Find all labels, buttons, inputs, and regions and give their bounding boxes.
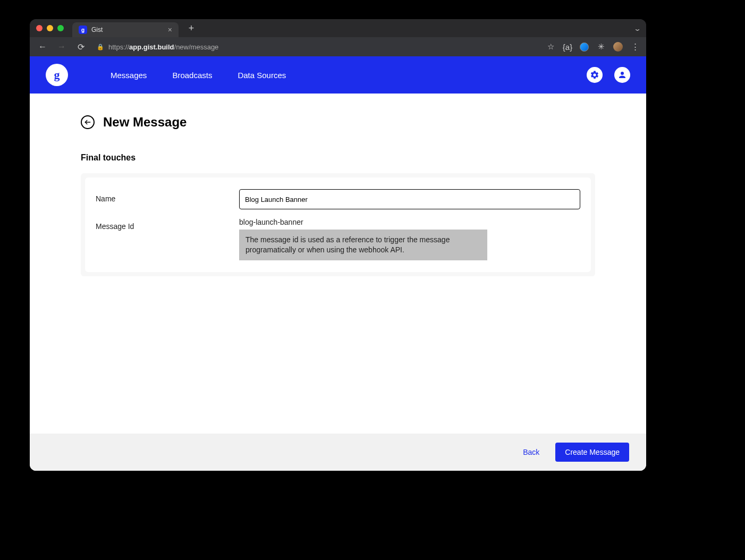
fullscreen-window-button[interactable] [57,25,64,31]
window-controls [36,25,64,31]
close-window-button[interactable] [36,25,43,31]
url-proto: https:// [108,43,129,51]
address-bar[interactable]: 🔒 https://app.gist.build/new/message [94,43,539,51]
nav-data-sources[interactable]: Data Sources [238,71,286,80]
msgid-help: The message id is used as a reference to… [239,230,487,260]
create-message-button[interactable]: Create Message [555,443,629,462]
tab-title: Gist [91,26,164,33]
profile-avatar[interactable] [613,42,623,52]
section-title: Final touches [81,153,595,163]
nav-messages[interactable]: Messages [111,71,147,80]
back-button[interactable]: ← [36,42,49,52]
url-host: app.gist.build [129,43,174,51]
extensions-icon[interactable]: ✳ [596,42,606,52]
settings-icon[interactable] [587,67,603,83]
field-msgid-body: blog-launch-banner The message id is use… [239,217,580,260]
field-name-body [239,189,580,209]
app-logo[interactable]: g [46,64,68,86]
main-nav: Messages Broadcasts Data Sources [111,71,286,80]
form-card: Name Message Id blog-launch-banner The m… [81,173,595,276]
name-input[interactable] [239,189,580,209]
page-content: g Messages Broadcasts Data Sources [30,56,646,471]
minimize-window-button[interactable] [47,25,53,31]
page-back-button[interactable] [81,115,95,129]
account-icon[interactable] [614,67,630,83]
tab-strip: g Gist × + [72,19,198,37]
field-name-row: Name [96,189,580,209]
page-body: New Message Final touches Name Message I… [30,94,646,434]
close-tab-icon[interactable]: × [168,26,172,34]
lock-icon: 🔒 [97,44,104,50]
url-bar: ← → ⟳ 🔒 https://app.gist.build/new/messa… [30,37,646,56]
reload-button[interactable]: ⟳ [74,42,87,52]
forward-button[interactable]: → [55,42,68,52]
new-tab-button[interactable]: + [185,23,198,34]
extension-round-icon[interactable] [580,43,589,52]
field-msgid-label: Message Id [96,217,239,231]
msgid-slug: blog-launch-banner [239,218,580,226]
bookmark-icon[interactable]: ☆ [546,42,555,52]
tab-favicon: g [79,26,87,34]
back-link[interactable]: Back [523,448,539,456]
field-msgid-row: Message Id blog-launch-banner The messag… [96,217,580,260]
arrow-left-icon [84,118,91,126]
titlebar-menu[interactable]: ⌄ [634,23,640,33]
page-title: New Message [103,115,187,130]
nav-broadcasts[interactable]: Broadcasts [172,71,212,80]
extension-wb-icon[interactable]: {a} [563,42,572,52]
page-title-row: New Message [81,115,595,130]
browser-window: g Gist × + ⌄ ← → ⟳ 🔒 https://app.gist.bu… [30,19,646,471]
menu-icon[interactable]: ⋮ [630,42,640,52]
field-name-label: Name [96,189,239,203]
app-header: g Messages Broadcasts Data Sources [30,56,646,94]
header-right [587,67,630,83]
page-footer: Back Create Message [30,434,646,471]
titlebar: g Gist × + ⌄ [30,19,646,37]
chevron-down-icon: ⌄ [633,25,641,32]
browser-tab[interactable]: g Gist × [72,22,179,37]
urlbar-actions: ☆ {a} ✳ ⋮ [546,42,640,52]
form-card-inner: Name Message Id blog-launch-banner The m… [85,177,591,272]
url-path: /new/message [174,43,219,51]
